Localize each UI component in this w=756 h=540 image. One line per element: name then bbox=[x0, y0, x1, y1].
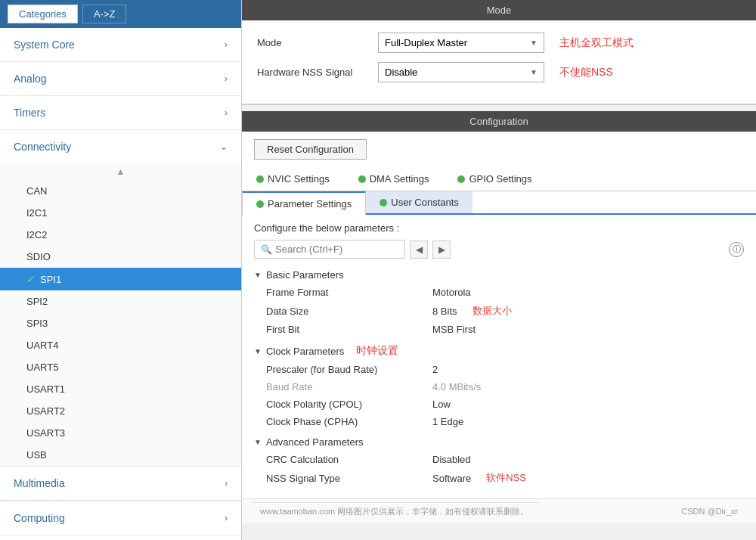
chevron-right-icon: › bbox=[225, 73, 228, 84]
sidebar-item-spi1[interactable]: ✓ SPI1 bbox=[0, 268, 241, 290]
advanced-params-header[interactable]: ▼ Advanced Parameters bbox=[254, 433, 744, 451]
category-analog-header[interactable]: Analog › bbox=[0, 62, 241, 95]
tabs-row2: Parameter Settings User Constants bbox=[242, 191, 756, 215]
param-name-first-bit: First Bit bbox=[266, 324, 432, 335]
uart4-label: UART4 bbox=[26, 340, 58, 351]
nss-select-value: Disable bbox=[385, 67, 530, 78]
tab-nvic-settings[interactable]: NVIC Settings bbox=[242, 167, 344, 191]
chevron-right-icon: › bbox=[225, 513, 228, 523]
uart5-label: UART5 bbox=[26, 362, 58, 373]
param-value-data-size: 8 Bits bbox=[432, 306, 457, 317]
i2c1-label: I2C1 bbox=[26, 207, 47, 219]
param-value-cpha: 1 Edge bbox=[432, 416, 463, 427]
spi3-label: SPI3 bbox=[26, 318, 48, 329]
param-value-nss-signal: Software bbox=[432, 473, 471, 484]
param-name-prescaler: Prescaler (for Baud Rate) bbox=[266, 364, 432, 375]
advanced-params-group: ▼ Advanced Parameters CRC Calculation Di… bbox=[254, 433, 744, 488]
collapse-icon: ▼ bbox=[254, 347, 262, 355]
nav-next-button[interactable]: ▶ bbox=[432, 241, 451, 259]
tab-dma-settings[interactable]: DMA Settings bbox=[344, 167, 444, 191]
config-section: Configuration Reset Configuration NVIC S… bbox=[242, 111, 756, 498]
param-name-data-size: Data Size bbox=[266, 306, 432, 317]
nav-prev-button[interactable]: ◀ bbox=[410, 241, 428, 259]
dropdown-arrow-icon: ▼ bbox=[530, 39, 538, 47]
usart1-label: USART1 bbox=[26, 383, 65, 395]
param-name-cpha: Clock Phase (CPHA) bbox=[266, 416, 432, 427]
category-system-core-header[interactable]: System Core › bbox=[0, 28, 241, 61]
param-value-first-bit: MSB First bbox=[432, 324, 476, 335]
sidebar-item-i2c2[interactable]: I2C2 bbox=[0, 224, 241, 246]
tab-active-icon bbox=[256, 200, 264, 208]
tab-gpio-label: GPIO Settings bbox=[469, 173, 531, 185]
param-name-baud-rate: Baud Rate bbox=[266, 381, 432, 393]
sidebar-item-usart3[interactable]: USART3 bbox=[0, 422, 241, 444]
sidebar-item-usart1[interactable]: USART1 bbox=[0, 378, 241, 400]
param-row-data-size: Data Size 8 Bits 数据大小 bbox=[266, 301, 744, 321]
nss-select[interactable]: Disable ▼ bbox=[378, 62, 544, 82]
category-connectivity-label: Connectivity bbox=[14, 141, 71, 153]
tab-active-icon bbox=[256, 175, 264, 183]
tab-dma-label: DMA Settings bbox=[370, 173, 429, 185]
basic-params-rows: Frame Format Motorola Data Size 8 Bits 数… bbox=[254, 284, 744, 338]
category-timers: Timers › bbox=[0, 96, 241, 130]
mode-section: Mode Full-Duplex Master ▼ 主机全双工模式 Hardwa… bbox=[242, 20, 756, 105]
can-label: CAN bbox=[26, 185, 47, 197]
category-computing-header[interactable]: Computing › bbox=[0, 501, 241, 535]
basic-params-header[interactable]: ▼ Basic Parameters bbox=[254, 266, 744, 284]
tab-categories[interactable]: Categories bbox=[8, 5, 78, 23]
scroll-up-icon[interactable]: ▲ bbox=[0, 163, 241, 180]
nss-signal-annotation: 软件NSS bbox=[486, 471, 526, 485]
mode-annotation: 主机全双工模式 bbox=[559, 36, 634, 50]
tab-gpio-settings[interactable]: GPIO Settings bbox=[443, 167, 546, 191]
nss-label: Hardware NSS Signal bbox=[257, 67, 370, 78]
nss-annotation: 不使能NSS bbox=[559, 66, 613, 79]
category-multimedia-label: Multimedia bbox=[14, 477, 65, 489]
chevron-right-icon: › bbox=[225, 107, 228, 118]
category-computing-label: Computing bbox=[14, 512, 65, 524]
param-row-cpha: Clock Phase (CPHA) 1 Edge bbox=[266, 413, 744, 430]
sidebar-header: Categories A->Z bbox=[0, 0, 241, 28]
sidebar-item-usb[interactable]: USB bbox=[0, 444, 241, 466]
watermark-text: www.taamoban.com 网络图片仅供展示，非字储，如有侵权请联系删除。 bbox=[251, 502, 538, 520]
params-area: Configure the below parameters : 🔍 ◀ ▶ ⓘ… bbox=[242, 215, 756, 498]
sidebar-item-uart4[interactable]: UART4 bbox=[0, 334, 241, 356]
category-connectivity-header[interactable]: Connectivity ⌄ bbox=[0, 130, 241, 163]
param-name-nss-signal: NSS Signal Type bbox=[266, 473, 432, 484]
param-row-crc: CRC Calculation Disabled bbox=[266, 451, 744, 468]
chevron-down-icon: ⌄ bbox=[220, 141, 228, 152]
category-system-core-label: System Core bbox=[14, 39, 75, 51]
search-box[interactable]: 🔍 bbox=[254, 240, 405, 259]
spi2-label: SPI2 bbox=[26, 296, 48, 307]
nss-row: Hardware NSS Signal Disable ▼ 不使能NSS bbox=[257, 62, 741, 82]
category-multimedia-header[interactable]: Multimedia › bbox=[0, 467, 241, 500]
sidebar-item-can[interactable]: CAN bbox=[0, 180, 241, 202]
usb-label: USB bbox=[26, 449, 47, 461]
sidebar: Categories A->Z System Core › Analog › bbox=[0, 0, 242, 540]
reset-configuration-button[interactable]: Reset Configuration bbox=[254, 139, 367, 160]
tab-active-icon bbox=[457, 175, 465, 183]
clock-annotation: 时钟设置 bbox=[356, 344, 398, 358]
tab-parameter-settings[interactable]: Parameter Settings bbox=[242, 191, 366, 215]
search-input[interactable] bbox=[275, 244, 389, 255]
clock-params-header[interactable]: ▼ Clock Parameters 时钟设置 bbox=[254, 341, 744, 361]
search-row: 🔍 ◀ ▶ ⓘ bbox=[254, 240, 744, 259]
category-timers-header[interactable]: Timers › bbox=[0, 96, 241, 129]
tab-user-constants[interactable]: User Constants bbox=[366, 191, 472, 213]
config-header: Configuration bbox=[242, 111, 756, 132]
sidebar-item-i2c1[interactable]: I2C1 bbox=[0, 202, 241, 224]
mode-select[interactable]: Full-Duplex Master ▼ bbox=[378, 33, 544, 53]
main-content: Mode Mode Full-Duplex Master ▼ 主机全双工模式 H… bbox=[242, 0, 756, 540]
advanced-params-rows: CRC Calculation Disabled NSS Signal Type… bbox=[254, 451, 744, 488]
category-analog: Analog › bbox=[0, 62, 241, 96]
info-button[interactable]: ⓘ bbox=[729, 242, 744, 257]
sidebar-item-spi2[interactable]: SPI2 bbox=[0, 290, 241, 312]
param-name-cpol: Clock Polarity (CPOL) bbox=[266, 399, 432, 410]
sdio-label: SDIO bbox=[26, 251, 51, 262]
dropdown-arrow-icon: ▼ bbox=[530, 68, 538, 76]
sidebar-item-sdio[interactable]: SDIO bbox=[0, 246, 241, 268]
sidebar-item-spi3[interactable]: SPI3 bbox=[0, 312, 241, 334]
tab-az[interactable]: A->Z bbox=[82, 5, 127, 23]
sidebar-item-usart2[interactable]: USART2 bbox=[0, 400, 241, 422]
basic-params-group: ▼ Basic Parameters Frame Format Motorola… bbox=[254, 266, 744, 338]
sidebar-item-uart5[interactable]: UART5 bbox=[0, 356, 241, 378]
